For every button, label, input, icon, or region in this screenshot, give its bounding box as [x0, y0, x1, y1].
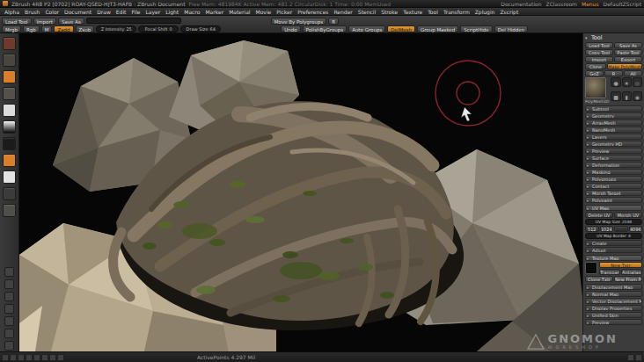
tool-save-as-button[interactable]: Save As [614, 42, 642, 48]
texture-mini-icon[interactable] [26, 354, 33, 361]
cube3d-icon[interactable]: ■ [611, 91, 620, 101]
scroll-doc-icon[interactable] [4, 267, 14, 277]
menu-item-alpha[interactable]: Alpha [4, 9, 19, 15]
tool-load-tool-button[interactable]: Load Tool [585, 42, 613, 48]
undo-history-strip[interactable] [86, 18, 181, 24]
slider-focal-shift[interactable]: Focal Shift0 [138, 25, 179, 33]
paint-mode-mrgb[interactable]: Mrgb [2, 25, 21, 33]
texture-button-new-from-polypaint[interactable]: New From Polypaint [614, 276, 642, 282]
menu-item-tool[interactable]: Tool [428, 9, 438, 15]
titlebar-link-defaultzscript[interactable]: DefaultZScript [604, 1, 641, 7]
tool-section-deformation[interactable]: Deformation [585, 162, 642, 168]
swatch-white-icon[interactable] [3, 170, 16, 184]
texture-icon[interactable] [3, 87, 16, 100]
tool-palette-title[interactable]: Tool [585, 34, 642, 42]
zoom-in-icon[interactable] [635, 354, 642, 361]
tool-section-vector-displacement-map[interactable]: Vector Displacement Map [585, 298, 642, 304]
ring3d-icon[interactable]: ◎ [633, 77, 642, 87]
uv-size-preset-2048[interactable]: 2048 [614, 226, 628, 232]
cylinder3d-icon[interactable]: ▮ [622, 91, 632, 101]
uv-map-section[interactable]: UV Map [585, 205, 642, 211]
tool-section-normal-map[interactable]: Normal Map [585, 291, 642, 297]
menu-item-color[interactable]: Color [45, 9, 59, 15]
color-mini-icon[interactable] [49, 354, 56, 361]
slider-z-intensity[interactable]: Z Intensity25 [96, 25, 136, 33]
titlebar-link-documentation[interactable]: Documentation [501, 1, 541, 7]
tool-section-geometry-hd[interactable]: Geometry HD [585, 141, 642, 147]
doc-nav-icon[interactable] [2, 354, 9, 361]
titlebar-link-zclassroom[interactable]: ZClassroom [546, 1, 577, 7]
paint-mode-rgb[interactable]: Rgb [23, 25, 40, 33]
menu-item-stencil[interactable]: Stencil [358, 9, 376, 15]
persp-icon[interactable] [4, 329, 14, 338]
shelf-button-import[interactable]: Import [33, 18, 56, 25]
alpha-icon[interactable] [3, 70, 16, 83]
zoom-doc-icon[interactable] [4, 279, 14, 289]
tool-section-contact[interactable]: Contact [585, 183, 642, 189]
brush-icon[interactable] [3, 37, 16, 50]
tool-section-preview[interactable]: Preview [585, 148, 642, 154]
menu-item-material[interactable]: Material [229, 9, 250, 15]
uv-map-size-slider[interactable]: UV Map Size 2048 [585, 219, 642, 225]
clone-button[interactable]: Clone [585, 63, 606, 69]
menu-item-render[interactable]: Render [333, 9, 352, 15]
tool-section-polygroups[interactable]: Polygroups [585, 176, 642, 182]
star3d-icon[interactable]: ★ [622, 77, 632, 87]
menu-item-stroke[interactable]: Stroke [381, 9, 398, 15]
tool-section-preview[interactable]: Preview [585, 319, 642, 325]
document-canvas[interactable] [19, 33, 582, 351]
tool-copy-tool-button[interactable]: Copy Tool [585, 49, 613, 55]
texture-toggle-transparent[interactable]: Transparent [599, 269, 620, 275]
tool-section-surface[interactable]: Surface [585, 155, 642, 161]
tool-section-layers[interactable]: Layers [585, 134, 642, 140]
tool-import-button[interactable]: Import [585, 56, 613, 62]
tool-paste-tool-button[interactable]: Paste Tool [614, 49, 642, 55]
color-gradient-icon[interactable] [3, 120, 16, 134]
tool-section-adjust[interactable]: Adjust [585, 247, 642, 253]
shelf-button-save-as[interactable]: Save As [58, 18, 84, 25]
menu-item-document[interactable]: Document [64, 9, 91, 15]
menu-item-zplugin[interactable]: Zplugin [475, 9, 495, 15]
zoom-out-icon[interactable] [627, 354, 634, 361]
texture-map-thumbnail[interactable] [585, 262, 597, 274]
menu-item-marker[interactable]: Marker [205, 9, 223, 15]
tool-section-nanomesh[interactable]: NanoMesh [585, 127, 642, 133]
menu-item-macro[interactable]: Macro [184, 9, 200, 15]
shelf-button-delmesh[interactable]: DelMesh [387, 25, 415, 33]
shelf-button-undo[interactable]: Undo [281, 25, 300, 33]
grid-icon[interactable] [4, 316, 14, 326]
texture-map-section[interactable]: Texture Map [585, 255, 642, 261]
tool-button-goz[interactable]: GoZ [585, 70, 604, 76]
shelf-button-auto-groups[interactable]: Auto Groups [348, 25, 385, 33]
uv-button-delete-uv[interactable]: Delete UV [585, 212, 613, 218]
stroke-mini-icon[interactable] [41, 354, 48, 361]
titlebar-link-menus[interactable]: Menus [582, 1, 599, 7]
tool-section-displacement-map[interactable]: Displacement Map [585, 284, 642, 290]
sculpt-mode-zsub[interactable]: Zsub [76, 25, 95, 33]
texture-button-clone-txtr[interactable]: Clone Txtr [585, 276, 613, 282]
shelf-button-polishbygroups[interactable]: PolishByGroups [303, 25, 348, 33]
uv-size-preset-512[interactable]: 512 [585, 226, 599, 232]
alpha-mini-icon[interactable] [18, 354, 25, 361]
tool-section-create[interactable]: Create [585, 240, 642, 246]
menu-item-brush[interactable]: Brush [25, 9, 40, 15]
tool-section-arraymesh[interactable]: ArrayMesh [585, 119, 642, 126]
uv-size-preset-4096[interactable]: 4096 [629, 226, 643, 232]
menu-item-edit[interactable]: Edit [116, 9, 127, 15]
tool-section-subtool[interactable]: Subtool [585, 105, 642, 112]
shelf-button-r[interactable]: R [328, 18, 339, 25]
tool-section-masking[interactable]: Masking [585, 169, 642, 175]
uv-button-morph-uv[interactable]: Morph UV [614, 212, 642, 218]
menu-item-zscript[interactable]: Zscript [500, 9, 518, 15]
menu-item-movie[interactable]: Movie [256, 9, 272, 15]
uv-size-preset-1024[interactable]: 1024 [600, 226, 614, 232]
slider-draw-size[interactable]: Draw Size64 [180, 25, 221, 33]
zsphere-icon[interactable]: ◉ [633, 91, 642, 101]
menu-item-layer[interactable]: Layer [146, 9, 161, 15]
shelf-button-load-tool[interactable]: Load Tool [2, 18, 32, 25]
paint-mode-m[interactable]: M [41, 25, 53, 33]
actual-size-icon[interactable] [4, 292, 14, 301]
menu-item-file[interactable]: File [131, 9, 140, 15]
shelf-button-scripthide[interactable]: ScriptHide [460, 25, 493, 33]
swatch-gray-icon[interactable] [3, 187, 16, 200]
